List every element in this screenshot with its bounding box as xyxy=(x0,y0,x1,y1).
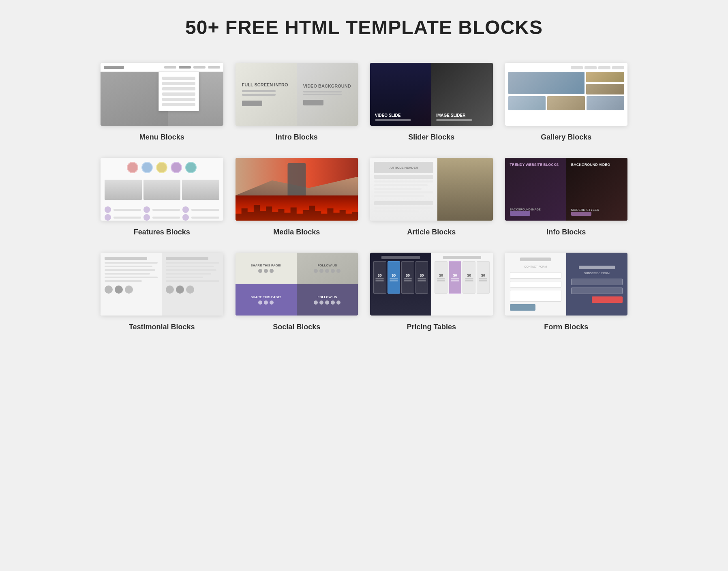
dd-item xyxy=(162,77,195,80)
info-right-title: BACKGROUND VIDEO xyxy=(571,163,623,167)
feat-row-line xyxy=(191,217,219,219)
block-item-slider[interactable]: VIDEO SLIDE IMAGE SLIDER Slider Blocks xyxy=(370,63,493,142)
menu-navbar xyxy=(101,63,223,72)
test-line xyxy=(166,277,203,278)
blocks-grid: Menu Blocks FULL SCREEN INTRO VIDEO BACK… xyxy=(101,63,627,331)
info-left-mid: BACKGROUND IMAGE xyxy=(510,208,561,216)
test-avatar xyxy=(186,286,194,294)
social-icons-row xyxy=(258,269,274,273)
gal-nav-item xyxy=(612,66,624,69)
feat-row-line xyxy=(113,217,141,219)
block-label-pricing: Pricing Tables xyxy=(407,323,456,331)
feat-icon-blue xyxy=(141,162,153,173)
preview-intro: FULL SCREEN INTRO VIDEO BACKGROUND xyxy=(236,63,358,126)
article-line xyxy=(374,191,433,193)
dd-item xyxy=(162,92,195,96)
block-item-pricing[interactable]: $0 $0 $0 xyxy=(370,253,493,331)
contact-form-label: CONTACT FORM xyxy=(510,265,561,268)
info-right-content: BACKGROUND VIDEO xyxy=(571,163,623,167)
preview-menu xyxy=(101,63,223,126)
article-line xyxy=(374,195,424,197)
preview-slider-container: VIDEO SLIDE IMAGE SLIDER xyxy=(370,63,493,126)
form-field xyxy=(510,281,561,288)
block-item-gallery[interactable]: Gallery Blocks xyxy=(505,63,628,142)
block-item-menu[interactable]: Menu Blocks xyxy=(101,63,223,142)
block-label-media: Media Blocks xyxy=(273,228,320,236)
block-item-social[interactable]: SHARE THIS PAGE! FOLLOW US xyxy=(236,253,358,331)
preview-social: SHARE THIS PAGE! FOLLOW US xyxy=(236,253,358,316)
gallery-nav xyxy=(508,66,625,69)
block-item-media[interactable]: Media Blocks xyxy=(236,158,358,236)
nav-link xyxy=(164,66,176,69)
intro-right-title: VIDEO BACKGROUND xyxy=(303,84,351,88)
feat-icon-red xyxy=(127,162,138,173)
article-header: ARTICLE HEADER xyxy=(374,162,433,173)
intro-sub-line xyxy=(242,94,276,96)
slide-right-sub xyxy=(436,119,472,121)
block-item-info[interactable]: TRENDY WEBSITE BLOCKS BACKGROUND IMAGE B… xyxy=(505,158,628,236)
feat-row-line xyxy=(191,209,219,211)
slide-right: IMAGE SLIDER xyxy=(431,63,492,126)
block-item-form[interactable]: CONTACT FORM SUBSCRIBE FORM Form Blocks xyxy=(505,253,628,331)
block-item-testimonial[interactable]: Testimonial Blocks xyxy=(101,253,223,331)
form-right-btn xyxy=(592,296,623,303)
article-subtitle xyxy=(374,201,433,205)
gallery-row2 xyxy=(508,96,625,110)
info-title: TRENDY WEBSITE BLOCKS xyxy=(510,163,561,167)
feat-icon-teal xyxy=(185,162,197,173)
feat-row-icon xyxy=(182,214,189,221)
features-icons-row xyxy=(105,162,219,173)
feat-icon-yellow xyxy=(156,162,167,173)
info-modern: MODERN STYLES xyxy=(571,208,623,212)
social-bottom-right-label: FOLLOW US xyxy=(317,295,337,299)
social-top-right-label: FOLLOW US xyxy=(317,264,337,267)
dd-item xyxy=(162,98,195,101)
test-line xyxy=(166,273,211,275)
pricing-right-title xyxy=(443,256,482,259)
pricing-right-cards: $0 $0 $0 xyxy=(435,261,489,294)
soc-icon xyxy=(336,269,340,273)
social-top-left: SHARE THIS PAGE! xyxy=(236,253,297,284)
article-line xyxy=(374,184,428,186)
soc-icon xyxy=(319,269,323,273)
block-item-article[interactable]: ARTICLE HEADER Article Blocks xyxy=(370,158,493,236)
test-line xyxy=(105,273,150,275)
block-label-form: Form Blocks xyxy=(544,323,588,331)
gal-nav-item xyxy=(598,66,610,69)
gallery-row xyxy=(508,72,625,94)
block-label-menu: Menu Blocks xyxy=(139,133,184,142)
soc-icon xyxy=(258,301,262,305)
test-avatar xyxy=(115,286,123,294)
info-left-content: TRENDY WEBSITE BLOCKS xyxy=(510,163,561,167)
block-item-intro[interactable]: FULL SCREEN INTRO VIDEO BACKGROUND Intro… xyxy=(236,63,358,142)
features-rows xyxy=(105,206,219,221)
block-label-info: Info Blocks xyxy=(546,228,586,236)
soc-icon xyxy=(264,301,268,305)
preview-info: TRENDY WEBSITE BLOCKS BACKGROUND IMAGE B… xyxy=(505,158,628,221)
article-photo-overlay xyxy=(437,158,492,221)
test-line xyxy=(105,266,152,267)
vbg-btn xyxy=(303,100,323,105)
form-submit-btn xyxy=(510,304,536,311)
feat-row-icon xyxy=(182,206,189,213)
features-cards xyxy=(105,180,219,200)
soc-icon xyxy=(258,269,262,273)
nav-link xyxy=(179,66,191,69)
test-line xyxy=(105,269,155,271)
pricing-cards-row: $0 $0 $0 xyxy=(373,261,428,294)
feat-row-icon xyxy=(143,206,150,213)
form-right-field xyxy=(571,288,623,294)
block-label-intro: Intro Blocks xyxy=(276,133,318,142)
preview-slider: VIDEO SLIDE IMAGE SLIDER xyxy=(370,63,493,126)
gal-cell xyxy=(586,72,624,82)
page-title: 50+ FREE HTML TEMPLATE BLOCKS xyxy=(24,16,704,39)
menu-nav-links xyxy=(164,66,220,69)
article-line xyxy=(374,188,422,190)
vbg-sub-line xyxy=(303,94,342,95)
price-right-card: $0 xyxy=(462,261,475,294)
info-modern-btn xyxy=(571,212,591,216)
gal-cell xyxy=(586,84,624,94)
soc-icon xyxy=(331,269,335,273)
subscribe-form-label: SUBSCRIBE FORM xyxy=(584,272,610,275)
block-item-features[interactable]: Features Blocks xyxy=(101,158,223,236)
